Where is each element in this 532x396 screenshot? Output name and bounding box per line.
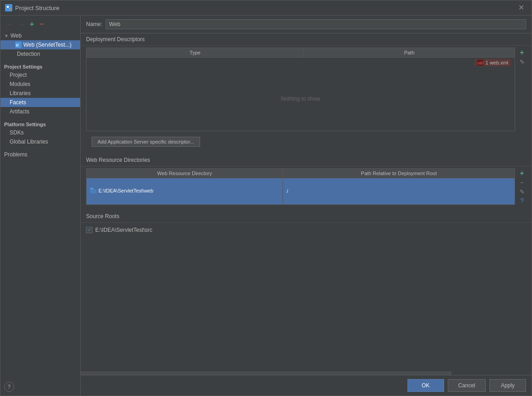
svg-rect-7 — [90, 189, 97, 193]
sdks-label: SDKs — [10, 129, 24, 136]
deployment-table-area: Type Path — [81, 46, 532, 133]
right-panel: Name: Deployment Descriptors Type Path — [81, 16, 532, 396]
back-button[interactable]: ← — [4, 20, 14, 29]
libraries-label: Libraries — [10, 90, 31, 96]
cancel-button[interactable]: Cancel — [448, 379, 486, 392]
add-server-area: Add Application Server specific descript… — [81, 133, 532, 154]
deployment-empty-row: xml 1 web.xml Nothing to show — [87, 58, 515, 131]
nothing-to-show: Nothing to show — [90, 68, 511, 129]
add-web-resource-button[interactable]: + — [518, 168, 526, 178]
help-web-resource-button[interactable]: ? — [518, 197, 526, 205]
web-resource-directories-header: Web Resource Directories — [81, 154, 532, 166]
sidebar-bottom: ? — [0, 378, 80, 396]
apply-button[interactable]: Apply — [489, 379, 526, 392]
web-resource-table-buttons: + − ✎ ? — [517, 168, 526, 205]
source-root-row: E:\IDEA\ServletTest\src — [86, 225, 526, 235]
global-libraries-label: Global Libraries — [10, 139, 48, 145]
name-label: Name: — [86, 21, 102, 27]
close-button[interactable]: ✕ — [516, 3, 527, 12]
col-path: Path — [304, 48, 515, 58]
web-resource-dir-cell: E:\IDEA\ServletTest\web — [87, 178, 283, 205]
add-facet-button[interactable]: + — [28, 19, 36, 29]
deployment-table-buttons: + ✎ — [517, 48, 526, 131]
col-web-dir: Web Resource Directory — [87, 169, 283, 178]
modules-label: Modules — [10, 81, 30, 87]
window-title: Project Structure — [15, 5, 60, 11]
tree-web-child-label: Web (ServletTest...) — [23, 42, 71, 48]
artifacts-label: Artifacts — [10, 108, 29, 115]
problems-label: Problems — [4, 151, 27, 158]
sidebar-item-libraries[interactable]: Libraries — [0, 89, 80, 98]
ok-button[interactable]: OK — [407, 379, 444, 392]
tree-arrow-web: ▼ — [4, 33, 9, 38]
svg-rect-2 — [9, 8, 11, 10]
remove-facet-button[interactable]: − — [38, 19, 45, 29]
sidebar-item-modules[interactable]: Modules — [0, 80, 80, 89]
web-resource-table-area: Web Resource Directory Path Relative to … — [81, 166, 532, 207]
sidebar-item-problems[interactable]: Problems — [0, 150, 80, 159]
add-server-button[interactable]: Add Application Server specific descript… — [92, 137, 200, 147]
horizontal-scrollbar[interactable] — [81, 371, 451, 375]
web-icon: W — [15, 42, 22, 48]
path-badge-text: 1 web.xml — [485, 60, 508, 65]
project-label: Project — [10, 72, 27, 78]
facets-label: Facets — [10, 99, 26, 106]
svg-text:W: W — [16, 43, 19, 48]
help-button[interactable]: ? — [4, 382, 14, 392]
source-roots-section: E:\IDEA\ServletTest\src — [81, 223, 532, 237]
sidebar-item-sdks[interactable]: SDKs — [0, 128, 80, 137]
detection-label: Detection — [17, 51, 40, 57]
name-input[interactable] — [106, 19, 526, 29]
forward-button[interactable]: → — [16, 20, 26, 29]
sidebar-item-global-libraries[interactable]: Global Libraries — [0, 137, 80, 146]
tree-web-label: Web — [11, 32, 22, 39]
web-resource-table: Web Resource Directory Path Relative to … — [86, 168, 515, 205]
app-icon — [5, 4, 12, 11]
deployment-descriptors-table: Type Path — [86, 48, 515, 131]
sidebar: ← → + − ▼ Web W Web (ServletTest...) Det… — [0, 16, 81, 396]
svg-rect-8 — [90, 188, 93, 189]
col-path-rel: Path Relative to Deployment Root — [283, 169, 515, 178]
sidebar-item-project[interactable]: Project — [0, 70, 80, 80]
platform-settings-label: Platform Settings — [0, 120, 80, 128]
svg-rect-1 — [7, 6, 9, 8]
deployment-descriptors-header: Deployment Descriptors — [81, 33, 532, 46]
web-resource-path-cell: / — [283, 178, 515, 205]
title-bar: Project Structure ✕ — [0, 0, 532, 16]
xml-icon: xml — [477, 59, 483, 66]
facet-panel: Name: Deployment Descriptors Type Path — [81, 16, 532, 371]
button-bar: OK Cancel Apply — [81, 375, 532, 396]
svg-text:xml: xml — [478, 61, 483, 65]
edit-descriptor-button[interactable]: ✎ — [518, 58, 526, 66]
project-settings-label: Project Settings — [0, 62, 80, 70]
tree-item-web-child[interactable]: W Web (ServletTest...) — [0, 40, 80, 49]
tree-item-web[interactable]: ▼ Web — [0, 31, 80, 40]
path-badge: xml 1 web.xml — [474, 59, 511, 66]
source-root-checkbox[interactable] — [86, 227, 92, 233]
nav-toolbar: ← → + − — [0, 17, 80, 31]
sidebar-item-facets[interactable]: Facets — [0, 98, 80, 107]
folder-icon — [90, 188, 97, 193]
sidebar-item-artifacts[interactable]: Artifacts — [0, 107, 80, 116]
add-descriptor-button[interactable]: + — [518, 48, 526, 57]
name-row: Name: — [81, 16, 532, 33]
tree-item-detection[interactable]: Detection — [0, 49, 80, 59]
source-root-path: E:\IDEA\ServletTest\src — [95, 227, 152, 233]
remove-web-resource-button[interactable]: − — [518, 179, 526, 187]
source-roots-header: Source Roots — [81, 210, 532, 223]
web-resource-row[interactable]: E:\IDEA\ServletTest\web / — [87, 178, 515, 205]
edit-web-resource-button[interactable]: ✎ — [518, 188, 526, 196]
col-type: Type — [87, 48, 304, 58]
